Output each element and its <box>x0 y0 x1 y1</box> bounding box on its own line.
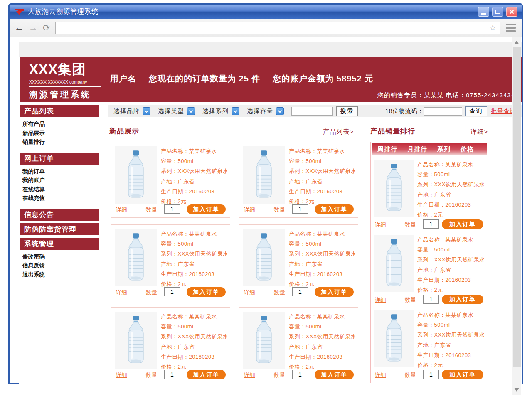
product-price: 价格：2元 <box>417 285 484 295</box>
sidebar-item-all-products[interactable]: 所有产品 <box>22 120 99 129</box>
detail-link[interactable]: 详细 <box>375 221 386 229</box>
product-date: 生产日期：20160203 <box>417 350 484 360</box>
ranking-more-link[interactable]: 详细> <box>470 128 488 136</box>
sidebar-item-feedback[interactable]: 信息反馈 <box>22 261 99 270</box>
sidebar-item-sales-ranking[interactable]: 销量排行 <box>22 138 99 147</box>
ranking-list: 产品名称：某某矿泉水 容量：500ml 系列：XXX饮用天然矿泉水 产地：广东省… <box>371 156 488 382</box>
tab-monthly-ranking[interactable]: 月排行 <box>407 145 427 153</box>
product-list-more-link[interactable]: 产品列表> <box>323 128 354 136</box>
sidebar-item-online-settlement[interactable]: 在线结算 <box>22 185 99 194</box>
chevron-down-icon[interactable] <box>187 107 195 115</box>
add-to-order-button[interactable]: 加入订单 <box>315 287 354 297</box>
sidebar-item-my-account[interactable]: 我的账户 <box>22 176 99 185</box>
order-count-info: 您现在的的订单数量为 25 件 <box>149 73 260 84</box>
close-button[interactable]: ✕ <box>506 7 517 17</box>
chevron-down-icon[interactable] <box>143 107 150 115</box>
filter-bar: 选择品牌 选择类型 选择系列 选择容量 搜索 18位物流码： 查询 批量查询 <box>108 105 522 117</box>
sidebar-section-online-orders[interactable]: 网上订单 <box>20 153 99 165</box>
product-image <box>115 146 157 204</box>
quantity-input[interactable] <box>164 370 180 379</box>
minimize-button[interactable] <box>478 7 489 17</box>
bookmark-star-icon[interactable]: ☆ <box>489 23 496 32</box>
detail-link[interactable]: 详细 <box>116 372 127 379</box>
back-icon[interactable]: ← <box>15 23 24 32</box>
tab-price[interactable]: 价格 <box>461 145 474 153</box>
tab-weekly-ranking[interactable]: 周排行 <box>377 145 397 153</box>
quantity-input[interactable] <box>292 287 308 296</box>
brand-dropdown[interactable]: 选择品牌 <box>113 107 150 115</box>
scroll-down-icon[interactable] <box>514 388 519 392</box>
product-price: 价格：2元 <box>417 360 484 370</box>
chevron-down-icon[interactable] <box>232 107 239 115</box>
add-to-order-button[interactable]: 加入订单 <box>442 295 483 304</box>
water-bottle-icon <box>379 162 409 215</box>
keyword-search-input[interactable] <box>291 107 333 116</box>
quantity-label: 数量 <box>274 372 285 379</box>
detail-link[interactable]: 详细 <box>375 372 386 379</box>
product-name: 产品名称：某某矿泉水 <box>161 229 227 239</box>
quantity-input[interactable] <box>423 370 439 379</box>
detail-link[interactable]: 详细 <box>244 206 255 214</box>
add-to-order-button[interactable]: 加入订单 <box>442 219 483 229</box>
water-bottle-icon <box>379 237 409 290</box>
detail-link[interactable]: 详细 <box>116 206 127 214</box>
sidebar-item-online-recharge[interactable]: 在线充值 <box>22 194 99 203</box>
detail-link[interactable]: 详细 <box>244 289 255 296</box>
product-series: 系列：XXX饮用天然矿泉水 <box>289 332 355 342</box>
sidebar-section-product-list[interactable]: 产品列表 <box>20 105 99 117</box>
add-to-order-button[interactable]: 加入订单 <box>315 370 354 379</box>
product-series: 系列：XXX饮用天然矿泉水 <box>161 249 227 259</box>
add-to-order-button[interactable]: 加入订单 <box>315 204 354 214</box>
detail-link[interactable]: 详细 <box>116 289 127 296</box>
quantity-input[interactable] <box>292 370 308 379</box>
product-image <box>115 229 157 286</box>
capacity-dropdown[interactable]: 选择容量 <box>247 107 284 115</box>
scroll-up-icon[interactable] <box>514 41 519 44</box>
query-button[interactable]: 查询 <box>466 106 487 116</box>
sidebar-item-new-products[interactable]: 新品展示 <box>22 129 99 138</box>
forward-icon[interactable]: → <box>29 23 38 32</box>
sidebar-section-announcements[interactable]: 信息公告 <box>20 209 99 221</box>
product-origin: 产地：广东省 <box>417 190 484 200</box>
add-to-order-button[interactable]: 加入订单 <box>442 370 483 379</box>
detail-link[interactable]: 详细 <box>244 372 255 379</box>
sidebar-item-change-password[interactable]: 修改密码 <box>22 252 99 261</box>
scrollbar-thumb[interactable] <box>513 47 521 367</box>
product-name: 产品名称：某某矿泉水 <box>417 235 484 245</box>
vertical-scrollbar[interactable] <box>512 37 521 395</box>
quantity-input[interactable] <box>423 219 439 229</box>
address-bar[interactable]: ☆ <box>55 22 500 34</box>
quantity-input[interactable] <box>164 287 180 296</box>
chevron-down-icon[interactable] <box>276 107 284 115</box>
sidebar-item-my-orders[interactable]: 我的订单 <box>22 167 99 176</box>
tab-series[interactable]: 系列 <box>437 145 451 153</box>
product-capacity: 容量：500ml <box>417 170 484 180</box>
detail-link[interactable]: 详细 <box>375 296 386 304</box>
maximize-button[interactable] <box>492 7 503 17</box>
add-to-order-button[interactable]: 加入订单 <box>187 204 226 214</box>
new-products-section-header: 新品展示 产品列表> <box>109 127 354 138</box>
refresh-icon[interactable]: ⟳ <box>43 23 50 32</box>
sidebar-item-logout[interactable]: 退出系统 <box>22 270 99 279</box>
address-input[interactable] <box>56 22 500 34</box>
water-bottle-icon <box>249 314 279 367</box>
product-date: 生产日期：20160203 <box>417 200 484 210</box>
sidebar-section-system-management[interactable]: 系统管理 <box>20 238 99 250</box>
menu-icon[interactable] <box>505 23 517 33</box>
product-image <box>374 310 414 367</box>
add-to-order-button[interactable]: 加入订单 <box>187 287 226 297</box>
quantity-input[interactable] <box>292 204 308 214</box>
product-name: 产品名称：某某矿泉水 <box>417 160 484 170</box>
product-series: 系列：XXX饮用天然矿泉水 <box>417 330 484 340</box>
series-dropdown[interactable]: 选择系列 <box>202 107 239 115</box>
add-to-order-button[interactable]: 加入订单 <box>187 370 226 379</box>
product-origin: 产地：广东省 <box>289 177 355 187</box>
quantity-input[interactable] <box>164 204 180 214</box>
sidebar-section-anticounterfeit[interactable]: 防伪防窜货管理 <box>20 223 99 235</box>
product-capacity: 容量：500ml <box>417 320 484 330</box>
product-name: 产品名称：某某矿泉水 <box>161 312 227 322</box>
logistics-code-input[interactable] <box>424 107 462 116</box>
type-dropdown[interactable]: 选择类型 <box>158 107 195 115</box>
search-button[interactable]: 搜索 <box>336 106 358 116</box>
quantity-input[interactable] <box>423 295 439 304</box>
